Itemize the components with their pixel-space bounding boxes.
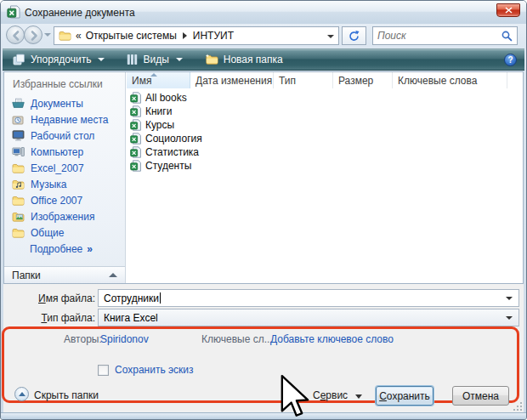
sidebar-item-documents[interactable]: Документы — [4, 95, 125, 111]
close-icon — [505, 7, 513, 14]
favorites-header: Избранные ссылки — [4, 72, 125, 95]
file-name: Курсы — [145, 119, 174, 131]
file-row[interactable]: Курсы — [127, 118, 523, 132]
sidebar-item-recent-places[interactable]: Недавние места — [4, 111, 125, 128]
save-button[interactable]: Сохранить — [376, 386, 434, 406]
sidebar-item-label: Рабочий стол — [31, 130, 94, 142]
close-button[interactable] — [496, 3, 520, 17]
refresh-icon — [348, 30, 360, 43]
chevron-up-icon — [19, 392, 26, 396]
file-type-value: Книга Excel — [104, 312, 158, 324]
save-document-dialog: Сохранение документа « Открытые сист — [0, 0, 527, 420]
chevron-up-icon — [109, 273, 117, 277]
sidebar-item-music[interactable]: Музыка — [4, 176, 125, 192]
address-row: « Открытые системы ИНТУИТ — [1, 25, 526, 47]
sort-ascending-icon — [150, 73, 157, 77]
sidebar-item-public[interactable]: Общие — [4, 224, 125, 241]
more-links[interactable]: Подробнее » — [4, 241, 125, 258]
sidebar-item-excel-2007[interactable]: Excel_2007 — [4, 160, 125, 176]
column-header-date-modified[interactable]: Дата изменения — [190, 72, 274, 88]
column-header-size[interactable]: Размер — [333, 72, 393, 88]
column-header-keywords[interactable]: Ключевые слова — [393, 72, 507, 88]
file-row[interactable]: Книги — [127, 105, 523, 118]
save-controls-area: Имя файла: Сотрудники Тип файла: Книга E… — [3, 284, 524, 414]
sidebar-item-pictures[interactable]: Изображения — [4, 208, 125, 224]
file-row[interactable]: Социология — [127, 132, 523, 145]
hide-folders-button[interactable] — [14, 387, 29, 401]
excel-workbook-icon — [130, 119, 141, 131]
sidebar-item-computer[interactable]: Компьютер — [4, 144, 125, 160]
excel-workbook-icon — [130, 160, 141, 172]
excel-workbook-icon — [130, 146, 141, 158]
new-folder-button[interactable]: Новая папка — [200, 50, 288, 69]
file-rows: All books Книги Курсы — [127, 88, 523, 173]
window-bottom-frame — [1, 412, 526, 419]
recent-pages-chevron-icon[interactable] — [44, 33, 51, 37]
organize-label: Упорядочить — [31, 54, 91, 65]
search-input[interactable] — [377, 28, 496, 43]
address-dropdown-icon[interactable] — [327, 35, 334, 38]
save-thumbnail-checkbox[interactable] — [98, 365, 109, 376]
file-type-select[interactable]: Книга Excel — [98, 309, 519, 326]
hide-folders-label[interactable]: Скрыть папки — [34, 389, 99, 401]
help-icon[interactable]: ? — [504, 54, 517, 66]
double-chevron-icon: » — [87, 243, 93, 255]
sidebar-item-desktop[interactable]: Рабочий стол — [4, 128, 125, 144]
folder-icon — [12, 163, 25, 173]
folder-icon — [12, 196, 25, 206]
resize-grip[interactable] — [513, 401, 523, 411]
folder-icon — [59, 31, 71, 41]
add-keyword-link[interactable]: Добавьте ключевое слово — [270, 333, 394, 345]
organize-menu-button[interactable]: Упорядочить — [8, 50, 110, 69]
sidebar-item-office-2007[interactable]: Office 2007 — [4, 192, 125, 208]
excel-app-icon — [7, 5, 20, 19]
sidebar-item-label: Изображения — [31, 211, 94, 223]
views-menu-button[interactable]: Виды — [122, 50, 187, 69]
breadcrumb-segment[interactable]: Открытые системы — [86, 30, 177, 42]
excel-workbook-icon — [130, 92, 141, 104]
column-header-name[interactable]: Имя — [127, 72, 190, 88]
file-name: Статистика — [145, 146, 199, 158]
breadcrumb-segment[interactable]: ИНТУИТ — [193, 30, 234, 42]
computer-icon — [12, 146, 25, 157]
file-row[interactable]: Студенты — [127, 159, 523, 173]
file-list-pane: Имя Дата изменения Тип Размер Ключевые с… — [127, 72, 523, 283]
new-folder-icon — [205, 54, 218, 65]
sidebar-item-label: Общие — [31, 227, 64, 239]
file-row[interactable]: Статистика — [127, 145, 523, 159]
folders-expander[interactable]: Папки — [4, 266, 125, 283]
breadcrumb-bar[interactable]: « Открытые системы ИНТУИТ — [54, 26, 339, 45]
title-bar: Сохранение документа — [1, 1, 526, 24]
more-label: Подробнее — [30, 243, 82, 255]
sidebar-item-label: Компьютер — [31, 146, 83, 158]
file-name-input[interactable]: Сотрудники — [98, 289, 519, 307]
tools-dropdown-icon[interactable] — [355, 394, 362, 399]
search-icon[interactable] — [502, 31, 513, 42]
back-button[interactable] — [6, 26, 25, 44]
views-label: Виды — [143, 54, 168, 65]
search-box[interactable] — [372, 26, 518, 45]
desktop-icon — [12, 130, 25, 141]
forward-button[interactable] — [24, 26, 42, 44]
back-arrow-icon — [10, 30, 22, 42]
refresh-button[interactable] — [342, 26, 366, 45]
keywords-label: Ключевые сл... — [201, 333, 273, 345]
file-type-label: Тип файла: — [27, 312, 95, 324]
help-glyph: ? — [507, 55, 513, 65]
save-thumbnail-label[interactable]: Сохранить эскиз — [115, 364, 194, 376]
chevron-down-icon[interactable] — [506, 316, 513, 320]
documents-icon — [12, 98, 25, 109]
tools-menu-button[interactable]: Сервис — [313, 389, 348, 401]
views-icon — [127, 54, 138, 65]
authors-value-link[interactable]: Spiridonov — [100, 333, 149, 345]
file-name: All books — [145, 92, 187, 104]
text-cursor — [160, 292, 161, 304]
sidebar-item-label: Музыка — [31, 179, 66, 190]
column-header-type[interactable]: Тип — [274, 72, 333, 88]
breadcrumb-separator-icon[interactable] — [183, 32, 187, 39]
file-name-label: Имя файла: — [27, 292, 95, 304]
chevron-down-icon[interactable] — [506, 297, 513, 300]
file-row[interactable]: All books — [127, 91, 523, 105]
breadcrumb-overflow[interactable]: « — [76, 30, 82, 42]
cancel-button[interactable]: Отмена — [452, 386, 509, 406]
